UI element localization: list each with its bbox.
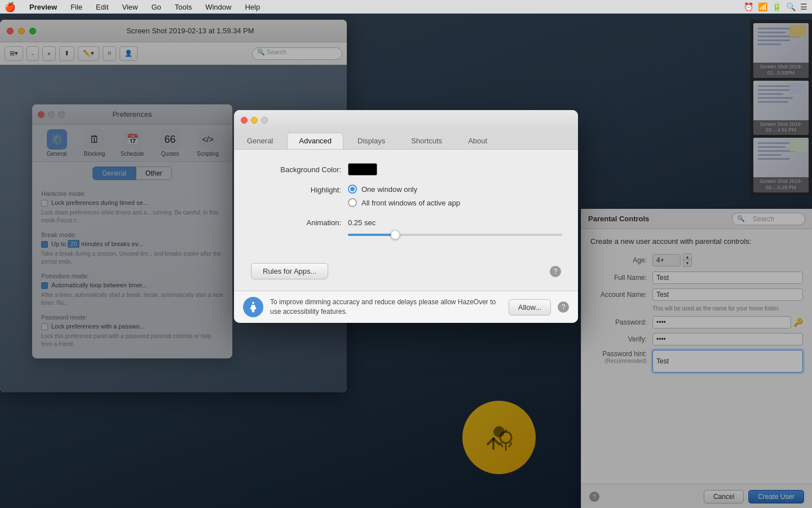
menu-go[interactable]: Go [149, 2, 163, 12]
menu-window[interactable]: Window [203, 2, 233, 12]
menu-file[interactable]: File [68, 2, 85, 12]
prefs-close-btn[interactable] [38, 111, 45, 118]
tab-about[interactable]: About [456, 133, 499, 149]
dialog-tab-bar: General Advanced Displays Shortcuts Abou… [234, 130, 578, 150]
crop-btn[interactable]: ⌗ [103, 46, 116, 61]
view-selector[interactable]: ⊞▾ [5, 46, 23, 61]
pc-hint-input[interactable] [652, 350, 803, 373]
accessibility-banner: To improve dimming accuracy and reduce d… [234, 291, 578, 323]
pc-step-up[interactable]: ▲ [683, 254, 691, 260]
pc-home-folder-hint: This will be used as the name for your h… [652, 305, 803, 312]
hazeover-dialog: General Advanced Displays Shortcuts Abou… [234, 110, 578, 323]
screenshot-thumb-1[interactable]: Screen Shot 2019-02...3.53PM [753, 23, 809, 78]
dialog-minimize-btn[interactable] [251, 117, 258, 124]
pc-cancel-button[interactable]: Cancel [704, 490, 744, 503]
dialog-close-btn[interactable] [241, 117, 248, 124]
pc-accountname-input[interactable] [652, 288, 803, 301]
screenshot-thumb-3[interactable]: Screen Shot 2019-02-...0.18 PM [753, 138, 809, 192]
radio-one-window[interactable] [348, 185, 357, 194]
share-btn[interactable]: ⬆ [59, 46, 74, 61]
pc-password-row: Password: 🔑 [590, 316, 803, 329]
pc-fullname-input[interactable] [652, 271, 803, 284]
tab-shortcuts[interactable]: Shortcuts [399, 133, 454, 149]
menu-edit[interactable]: Edit [94, 2, 111, 12]
markup-btn[interactable]: ✏️▾ [78, 46, 99, 61]
pc-fullname-label: Full Name: [590, 274, 647, 282]
prefs-maximize-btn[interactable] [58, 111, 65, 118]
highlight-label: Highlight: [251, 185, 341, 194]
zoom-out-btn[interactable]: - [27, 46, 39, 61]
accessibility-help-button[interactable]: ? [558, 301, 569, 313]
rules-for-apps-button[interactable]: Rules for Apps... [251, 263, 328, 279]
apple-menu[interactable]: 🍎 [5, 2, 16, 12]
menu-bar-right: ⏰ 📶 🔋 🔍 ☰ [744, 2, 807, 11]
pc-verify-input[interactable] [652, 333, 803, 345]
animation-slider-track[interactable] [348, 234, 562, 236]
animation-label: Animation: [251, 218, 341, 227]
pc-step-down[interactable]: ▼ [683, 260, 691, 266]
dialog-zoom-btn[interactable] [261, 117, 268, 124]
parental-search[interactable]: 🔍 Search [732, 213, 805, 225]
pc-fullname-row: Full Name: [590, 271, 803, 284]
prefs-tab-blocking[interactable]: 🗓 Blocking [79, 129, 110, 157]
prefs-minimize-btn[interactable] [48, 111, 55, 118]
hardcore-checkbox[interactable] [41, 200, 48, 207]
parental-controls-panel: Parental Controls 🔍 Search Create a new … [581, 209, 812, 508]
annotate-btn[interactable]: 👤 [120, 46, 138, 61]
break-checkbox[interactable] [41, 241, 48, 248]
minimize-button[interactable] [18, 28, 25, 34]
seg-general[interactable]: General [92, 167, 136, 180]
pc-age-control[interactable]: 4+ ▲ ▼ [652, 253, 692, 267]
prefs-tab-scripting[interactable]: </> Scripting [192, 129, 223, 157]
search-input[interactable]: 🔍 Search [252, 47, 342, 60]
dialog-bottom: Rules for Apps... ? [234, 263, 578, 291]
screenshot-thumb-2[interactable]: Screen Shot 2019-02-...4.51 PM [753, 81, 809, 135]
tab-displays[interactable]: Displays [346, 133, 397, 149]
seg-other[interactable]: Other [136, 167, 172, 180]
prefs-tab-quotes[interactable]: 66 Quotes [155, 129, 186, 157]
allow-button[interactable]: Allow... [509, 299, 551, 316]
pc-create-user-button[interactable]: Create User [748, 490, 804, 503]
notifications-icon[interactable]: ☰ [800, 2, 807, 11]
pomodoro-checkbox[interactable] [41, 282, 48, 289]
password-checkbox[interactable] [41, 323, 48, 330]
menu-tools[interactable]: Tools [173, 2, 194, 12]
search-menubar-icon[interactable]: 🔍 [786, 2, 796, 11]
bg-color-label: Background Color: [251, 165, 341, 174]
key-icon[interactable]: 🔑 [793, 318, 803, 327]
preview-title: Screen Shot 2019-02-13 at 1.59.34 PM [41, 27, 340, 35]
pc-bottom-bar: ? Cancel Create User [581, 484, 812, 508]
pc-verify-row: Verify: [590, 333, 803, 345]
animation-slider-thumb[interactable] [391, 230, 400, 239]
parental-header: Parental Controls 🔍 Search [581, 209, 812, 229]
pc-hint-sublabel: (Recommended) [605, 358, 647, 364]
tab-general[interactable]: General [235, 133, 285, 149]
prefs-row-hardcore: Hardcore mode: Lock preferences during t… [41, 190, 223, 225]
highlight-option-one-window[interactable]: One window only [348, 185, 460, 194]
highlight-option-all-front[interactable]: All front windows of active app [348, 198, 460, 207]
maximize-button[interactable] [29, 28, 36, 34]
radio-all-front[interactable] [348, 198, 357, 207]
svg-line-8 [500, 443, 502, 446]
menu-view[interactable]: View [120, 2, 140, 12]
help-button[interactable]: ? [550, 266, 561, 277]
radio-one-window-label: One window only [361, 185, 417, 194]
wifi-icon: 📶 [758, 2, 767, 11]
close-button[interactable] [7, 28, 14, 34]
dialog-body: Background Color: Highlight: One window … [234, 150, 578, 263]
pc-age-stepper[interactable]: ▲ ▼ [683, 253, 692, 267]
prefs-segmented-control: General Other [32, 162, 232, 185]
menu-app-name[interactable]: Preview [27, 2, 59, 12]
bg-color-swatch[interactable] [348, 163, 377, 176]
clock-icon: ⏰ [744, 2, 753, 11]
dialog-titlebar [234, 110, 578, 130]
zoom-in-btn[interactable]: + [42, 46, 56, 61]
parental-content: Create a new user account with parental … [581, 229, 812, 384]
tab-advanced[interactable]: Advanced [287, 133, 343, 149]
prefs-tab-schedule[interactable]: 📅 Schedule [117, 129, 148, 157]
menu-help[interactable]: Help [242, 2, 262, 12]
pc-password-input[interactable] [652, 316, 791, 329]
prefs-tab-general[interactable]: ⚙️ General [41, 129, 72, 157]
svg-point-0 [252, 302, 254, 304]
pc-help-button[interactable]: ? [589, 492, 599, 502]
